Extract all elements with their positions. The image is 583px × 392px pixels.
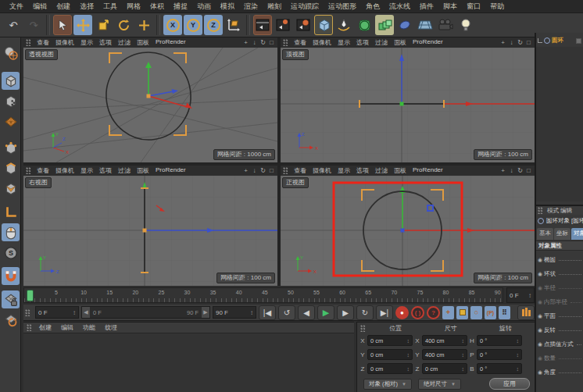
menu-item[interactable]: 工具 xyxy=(98,2,122,12)
viewport-menu-prorender[interactable]: ProRender xyxy=(152,166,189,175)
scale-tool-button[interactable] xyxy=(94,15,113,35)
viewport-top[interactable]: 查看摄像机显示选项过滤面板ProRender +↓↻□ 顶视图 网格间距 : 1… xyxy=(281,37,535,162)
animation-dot-icon[interactable]: ◉ xyxy=(538,341,542,347)
menu-item[interactable]: 网格 xyxy=(122,2,145,12)
texture-mode-button[interactable] xyxy=(2,92,20,110)
menu-item[interactable]: 编辑 xyxy=(28,2,52,12)
zoom-view-icon[interactable]: ↓ xyxy=(508,39,515,46)
y-axis-lock-button[interactable]: Y xyxy=(184,15,202,35)
rotation-b-input[interactable]: 0 °↕ xyxy=(477,363,522,374)
viewport-menu-item[interactable]: 过滤 xyxy=(115,38,134,47)
autokey-button[interactable]: ( ) xyxy=(411,306,424,319)
grip-icon[interactable] xyxy=(26,39,31,46)
menu-item[interactable]: 流水线 xyxy=(384,2,415,12)
previous-key-button[interactable]: ↺ xyxy=(278,305,295,320)
goto-end-button[interactable]: ▶| xyxy=(376,305,393,320)
viewport-menu-item[interactable]: 过滤 xyxy=(372,38,391,47)
record-rotation-toggle[interactable]: ○ xyxy=(470,306,482,319)
viewport-front[interactable]: 查看摄像机显示选项过滤面板ProRender +↓↻□ 正视图 网格间距 : 1… xyxy=(281,166,535,286)
property-row[interactable]: ◉椭圆 xyxy=(536,253,583,267)
coordinate-system-button[interactable] xyxy=(224,15,243,35)
redo-button[interactable]: ↷ xyxy=(24,15,43,35)
size-z-input[interactable]: 0 cm↕ xyxy=(422,363,467,374)
animation-dot-icon[interactable]: ◉ xyxy=(538,271,542,277)
viewport-right[interactable]: 查看摄像机显示选项过滤面板ProRender +↓↻□ 右视图 网格间距 : 1… xyxy=(23,166,277,286)
camera-button[interactable] xyxy=(436,15,455,35)
viewport-menu-item[interactable]: 查看 xyxy=(34,166,52,175)
viewport-menu-item[interactable]: 选项 xyxy=(353,38,372,47)
current-frame-box[interactable]: 0 F↕ xyxy=(506,287,535,303)
animation-dot-icon[interactable]: ◉ xyxy=(538,285,542,291)
last-tool-button[interactable] xyxy=(134,15,153,35)
viewport-menu-item[interactable]: 查看 xyxy=(291,166,309,175)
keyframe-selection-button[interactable]: ? xyxy=(427,306,440,319)
viewport-menu-prorender[interactable]: ProRender xyxy=(410,166,446,175)
lock-workplane-button[interactable] xyxy=(2,290,20,308)
viewport-menu-item[interactable]: 面板 xyxy=(391,166,410,175)
live-selection-button[interactable] xyxy=(53,15,72,35)
menu-item[interactable]: 角色 xyxy=(361,2,384,12)
pan-view-icon[interactable]: + xyxy=(499,39,506,46)
magnet-snap-button[interactable] xyxy=(2,267,20,285)
stepper-icon[interactable]: ↕ xyxy=(407,338,410,344)
workplane-button[interactable] xyxy=(2,112,20,130)
position-y-input[interactable]: 0 cm↕ xyxy=(367,349,413,360)
menu-item[interactable]: 动画 xyxy=(192,2,216,12)
stepper-icon[interactable]: ↕ xyxy=(517,366,520,372)
rotation-h-input[interactable]: 0 °↕ xyxy=(477,335,522,346)
rotation-p-input[interactable]: 0 °↕ xyxy=(477,349,522,360)
array-generator-button[interactable] xyxy=(375,15,394,35)
keyframe-presets-button[interactable] xyxy=(517,305,535,320)
viewport-menu-item[interactable]: 查看 xyxy=(34,38,52,47)
render-settings-button[interactable] xyxy=(294,15,313,35)
enable-axis-button[interactable] xyxy=(2,203,20,221)
position-x-input[interactable]: 0 cm↕ xyxy=(367,335,413,346)
viewport-menu-item[interactable]: 显示 xyxy=(334,166,353,175)
grip-icon[interactable] xyxy=(27,324,32,331)
viewport-menu-item[interactable]: 选项 xyxy=(96,38,115,47)
stepper-icon[interactable]: ↕ xyxy=(73,309,76,316)
toggle-view-icon[interactable]: □ xyxy=(268,167,275,174)
rotate-view-icon[interactable]: ↻ xyxy=(259,39,266,46)
end-frame-input[interactable]: 90 F↕ xyxy=(213,306,256,319)
menu-item[interactable]: 运动图形 xyxy=(324,2,361,12)
viewport-menu-item[interactable]: 显示 xyxy=(77,166,96,175)
snap-button[interactable]: S xyxy=(2,244,20,262)
property-row[interactable]: ◉平面 xyxy=(536,309,583,323)
viewport-menu-item[interactable]: 过滤 xyxy=(372,166,391,175)
toggle-view-icon[interactable]: □ xyxy=(525,39,532,46)
position-z-input[interactable]: 0 cm↕ xyxy=(367,363,413,374)
rotate-view-icon[interactable]: ↻ xyxy=(517,39,524,46)
right-scene[interactable]: Y Z xyxy=(23,176,277,286)
material-menu-item[interactable]: 纹理 xyxy=(100,323,122,332)
attribute-menu-mode[interactable]: 模式 xyxy=(547,207,559,215)
stepper-icon[interactable]: ↕ xyxy=(517,352,520,358)
points-mode-button[interactable] xyxy=(2,139,20,157)
play-button[interactable]: ▶ xyxy=(317,305,334,320)
pan-view-icon[interactable]: + xyxy=(242,39,249,46)
z-axis-lock-button[interactable]: Z xyxy=(204,15,223,35)
previous-frame-button[interactable]: ◀ xyxy=(298,305,315,320)
property-row[interactable]: ◉内部半径 xyxy=(536,295,583,309)
attribute-menu-edit[interactable]: 编辑 xyxy=(560,207,572,215)
layer-swatch[interactable] xyxy=(576,38,581,44)
pan-view-icon[interactable]: + xyxy=(499,167,506,174)
menu-item[interactable]: 帮助 xyxy=(485,2,509,12)
next-key-button[interactable]: ↻ xyxy=(356,305,374,320)
circle-object-icon[interactable] xyxy=(544,37,550,44)
size-x-input[interactable]: 400 cm↕ xyxy=(422,335,467,346)
property-row[interactable]: ◉环状 xyxy=(536,267,583,281)
make-editable-button[interactable] xyxy=(2,44,20,62)
viewport-menu-item[interactable]: 选项 xyxy=(353,166,372,175)
timeline-ruler[interactable]: 051015202530354045505560657075808590 xyxy=(23,287,503,303)
add-cube-button[interactable] xyxy=(314,15,333,35)
range-right-arrow-icon[interactable]: ▶ xyxy=(202,307,209,318)
grip-icon[interactable] xyxy=(283,39,288,46)
animation-dot-icon[interactable]: ◉ xyxy=(538,299,542,305)
rotate-view-icon[interactable]: ↻ xyxy=(259,167,266,174)
stepper-icon[interactable]: ↕ xyxy=(462,338,465,344)
goto-start-button[interactable]: |◀ xyxy=(259,305,276,320)
frame-range-slider[interactable]: ◀ 0 F 90 F ▶ xyxy=(81,306,210,319)
viewport-menu-item[interactable]: 查看 xyxy=(291,38,309,47)
object-manager-row[interactable]: 圆环 xyxy=(536,36,583,45)
